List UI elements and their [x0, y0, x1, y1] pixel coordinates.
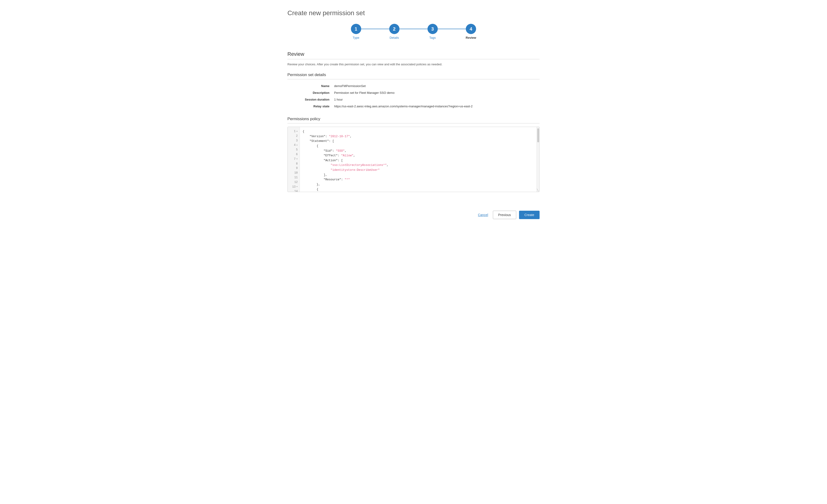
code-line-9: "identitystore:DescribeUser": [303, 168, 534, 173]
permissions-policy-title: Permissions policy: [287, 117, 540, 121]
permission-set-details-title: Permission set details: [287, 72, 540, 77]
code-line-6: "Effect": "Allow",: [303, 153, 534, 158]
connector-3-4: [438, 29, 466, 29]
table-row: Name demoFMPermissionSet: [287, 82, 540, 90]
table-row: Relay state https://us-east-2.awsc-integ…: [287, 103, 540, 110]
page-title: Create new permission set: [287, 9, 540, 17]
create-button[interactable]: Create: [519, 211, 540, 219]
step-2-circle: 2: [389, 24, 399, 34]
field-label-relay-state: Relay state: [287, 103, 334, 110]
connector-1-2: [361, 29, 389, 29]
step-3: 3 Tags: [428, 24, 438, 40]
step-1: 1 Type: [351, 24, 361, 40]
code-line-12: },: [303, 182, 534, 187]
step-4-label: Review: [466, 36, 476, 40]
code-line-1: {: [303, 129, 534, 134]
previous-button[interactable]: Previous: [493, 211, 516, 219]
section-divider-1: [287, 59, 540, 59]
code-line-3: "Statement": [: [303, 139, 534, 144]
code-line-7: "Action": [: [303, 158, 534, 163]
step-2-label: Details: [390, 36, 399, 40]
review-description: Review your choices. After you create th…: [287, 62, 540, 66]
step-1-label: Type: [353, 36, 359, 40]
step-3-label: Tags: [429, 36, 436, 40]
field-label-name: Name: [287, 82, 334, 90]
field-label-description: Description: [287, 90, 334, 96]
step-4-circle: 4: [466, 24, 476, 34]
field-value-session-duration: 1 hour: [334, 96, 540, 103]
step-3-circle: 3: [428, 24, 438, 34]
field-value-description: Permission set for Fleet Manager SSO dem…: [334, 90, 540, 96]
page-container: Create new permission set 1 Type 2 Detai…: [274, 0, 553, 233]
section-divider-3: [287, 123, 540, 123]
code-line-5: "Sid": "SSO",: [303, 149, 534, 154]
cancel-button[interactable]: Cancel: [476, 211, 490, 219]
field-label-session-duration: Session duration: [287, 96, 334, 103]
step-4: 4 Review: [466, 24, 476, 40]
resize-handle[interactable]: ╲: [536, 188, 539, 192]
connector-2-3: [399, 29, 428, 29]
stepper: 1 Type 2 Details 3 Tags 4 Review: [287, 24, 540, 40]
scrollbar-thumb[interactable]: [537, 128, 539, 142]
code-line-4: {: [303, 144, 534, 149]
code-line-8: "sso:ListDirectoryAssociations*",: [303, 163, 534, 168]
field-value-name: demoFMPermissionSet: [334, 82, 540, 90]
section-divider-2: [287, 79, 540, 79]
code-line-2: "Version": "2012-10-17",: [303, 134, 534, 139]
table-row: Description Permission set for Fleet Man…: [287, 90, 540, 96]
scrollbar[interactable]: [537, 127, 539, 192]
details-table: Name demoFMPermissionSet Description Per…: [287, 82, 540, 110]
line-numbers: 1▾ 2 3 4▾ 5 6 7▾ 8 9 10 11 12 13▾ 14 15 …: [288, 127, 300, 192]
code-editor[interactable]: 1▾ 2 3 4▾ 5 6 7▾ 8 9 10 11 12 13▾ 14 15 …: [287, 127, 540, 192]
table-row: Session duration 1 hour: [287, 96, 540, 103]
step-2: 2 Details: [389, 24, 399, 40]
code-line-13: {: [303, 187, 534, 192]
code-line-11: "Resource": "*": [303, 177, 534, 182]
footer-buttons: Cancel Previous Create: [287, 211, 540, 219]
code-content[interactable]: { "Version": "2012-10-17", "Statement": …: [300, 127, 537, 192]
step-1-circle: 1: [351, 24, 361, 34]
review-section-title: Review: [287, 51, 540, 57]
field-value-relay-state: https://us-east-2.awsc-integ.aws.amazon.…: [334, 103, 540, 110]
code-line-10: ],: [303, 173, 534, 178]
